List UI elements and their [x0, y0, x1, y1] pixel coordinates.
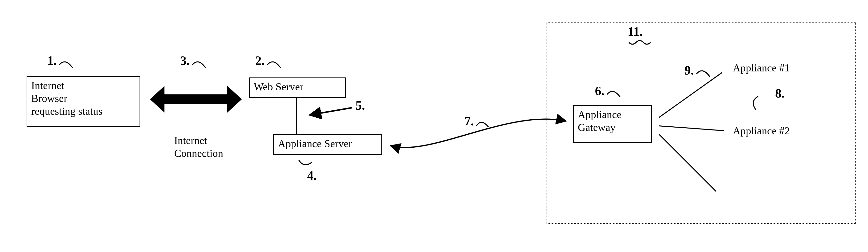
- appliance-2-label: Appliance #2: [733, 125, 790, 138]
- lead-7: [476, 122, 489, 127]
- ref-4: 4.: [307, 169, 317, 182]
- svg-marker-0: [150, 86, 242, 113]
- appliance-gateway-box: Appliance Gateway: [573, 105, 652, 143]
- ref-8: 8.: [775, 87, 784, 100]
- internet-browser-label: Internet Browser requesting status: [27, 77, 106, 120]
- lead-1: [59, 62, 72, 68]
- appliance-server-box: Appliance Server: [273, 134, 382, 155]
- ref-5: 5.: [355, 99, 365, 112]
- web-server-label: Web Server: [250, 78, 307, 96]
- ref-2: 2.: [255, 54, 265, 67]
- lead-2: [267, 62, 281, 68]
- appliance-gateway-label: Appliance Gateway: [574, 106, 625, 137]
- ref-6: 6.: [595, 85, 604, 97]
- ref-7: 7.: [464, 115, 474, 128]
- lead-4: [299, 160, 312, 165]
- lead-5: [310, 108, 352, 115]
- appliance-server-label: Appliance Server: [274, 135, 356, 153]
- diagram-canvas: Internet Browser requesting status Web S…: [0, 0, 868, 252]
- ref-3: 3.: [180, 54, 190, 67]
- internet-connection-arrow: [150, 86, 242, 113]
- appliance-1-label: Appliance #1: [733, 62, 790, 75]
- ref-1: 1.: [47, 54, 57, 67]
- ref-11: 11.: [628, 25, 643, 38]
- lead-3: [192, 62, 206, 68]
- internet-browser-box: Internet Browser requesting status: [27, 76, 140, 127]
- applianceserver-to-gateway-curve: [391, 119, 566, 148]
- internet-connection-label: Internet Connection: [174, 134, 223, 160]
- ref-9: 9.: [684, 64, 694, 77]
- web-server-box: Web Server: [249, 78, 346, 98]
